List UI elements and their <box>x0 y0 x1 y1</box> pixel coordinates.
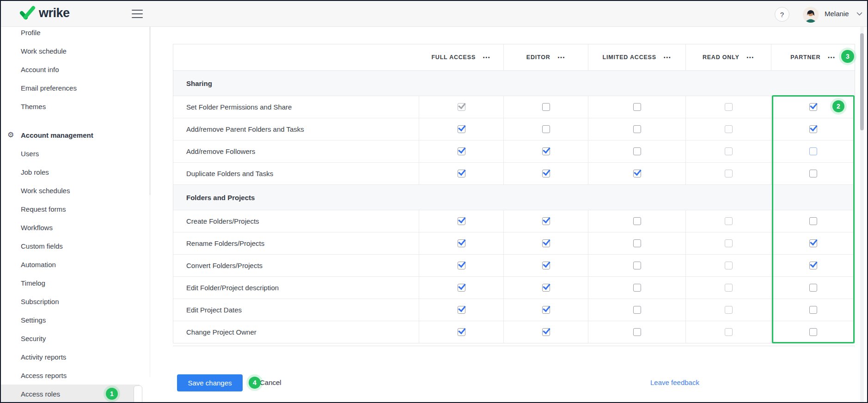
permission-checkbox[interactable] <box>633 170 641 177</box>
permission-checkbox[interactable] <box>809 306 817 314</box>
permission-checkbox[interactable] <box>458 306 465 314</box>
permission-checkbox[interactable] <box>458 170 465 177</box>
sidebar-item-timelog[interactable]: Timelog <box>1 274 140 292</box>
column-menu-icon[interactable]: ••• <box>558 55 566 60</box>
permission-checkbox[interactable] <box>542 103 550 111</box>
sidebar-item-users[interactable]: Users <box>1 144 140 163</box>
permission-checkbox[interactable] <box>809 147 817 155</box>
permission-checkbox[interactable] <box>633 103 641 111</box>
column-menu-icon[interactable]: ••• <box>664 55 672 60</box>
sidebar-item-security[interactable]: Security <box>1 329 140 348</box>
permission-checkbox[interactable] <box>809 328 817 336</box>
permission-checkbox[interactable] <box>458 125 465 133</box>
permission-checkbox[interactable] <box>542 125 550 133</box>
sidebar-item-themes[interactable]: Themes <box>1 97 140 116</box>
permission-checkbox[interactable] <box>809 239 817 247</box>
permission-checkbox[interactable] <box>542 239 550 247</box>
permission-checkbox[interactable] <box>458 328 465 336</box>
permission-checkbox[interactable] <box>458 284 465 292</box>
cancel-button[interactable]: Cancel <box>260 379 281 386</box>
permission-checkbox[interactable] <box>725 170 733 177</box>
sidebar-item-work-schedules[interactable]: Work schedules <box>1 181 140 200</box>
column-menu-icon[interactable]: ••• <box>483 55 491 60</box>
user-name[interactable]: Melanie <box>825 1 849 26</box>
chevron-down-icon[interactable] <box>856 12 862 16</box>
table-row: Change Project Owner <box>173 321 855 343</box>
page-scrollbar-thumb[interactable] <box>860 33 864 130</box>
column-header-label: FULL ACCESS <box>431 54 476 61</box>
sidebar-item-email-preferences[interactable]: Email preferences <box>1 79 140 97</box>
sidebar-item-profile[interactable]: Profile <box>1 26 140 42</box>
permission-cell-limited-access <box>588 118 685 140</box>
permission-cell-full-access <box>419 163 503 184</box>
sidebar-item-settings[interactable]: Settings <box>1 311 140 329</box>
permission-cell-editor <box>503 299 588 321</box>
permission-checkbox[interactable] <box>725 147 733 155</box>
permission-checkbox[interactable] <box>725 239 733 247</box>
permission-label: Set Folder Permissions and Share <box>186 103 292 111</box>
permission-label: Change Project Owner <box>186 328 257 336</box>
permission-checkbox[interactable] <box>725 217 733 225</box>
column-header-full-access: FULL ACCESS••• <box>419 44 503 70</box>
sidebar-item-work-schedule[interactable]: Work schedule <box>1 42 140 60</box>
column-menu-icon[interactable]: ••• <box>828 55 836 60</box>
section-header: Sharing <box>173 70 855 96</box>
permission-checkbox[interactable] <box>633 239 641 247</box>
permission-checkbox[interactable] <box>542 284 550 292</box>
sidebar-item-automation[interactable]: Automation <box>1 255 140 274</box>
permission-checkbox[interactable] <box>542 328 550 336</box>
permission-checkbox[interactable] <box>725 328 733 336</box>
permission-checkbox[interactable] <box>458 103 465 111</box>
permission-checkbox[interactable] <box>542 147 550 155</box>
sidebar-item-activity-reports[interactable]: Activity reports <box>1 348 140 366</box>
sidebar-item-custom-fields[interactable]: Custom fields <box>1 237 140 255</box>
column-menu-icon[interactable]: ••• <box>747 55 755 60</box>
permission-checkbox[interactable] <box>633 328 641 336</box>
permission-checkbox[interactable] <box>458 217 465 225</box>
help-button[interactable]: ? <box>775 7 789 22</box>
sidebar-item-request-forms[interactable]: Request forms <box>1 200 140 218</box>
permission-checkbox[interactable] <box>809 217 817 225</box>
permission-checkbox[interactable] <box>725 103 733 111</box>
avatar[interactable] <box>803 7 819 23</box>
permission-checkbox[interactable] <box>725 125 733 133</box>
permission-checkbox[interactable] <box>809 103 817 111</box>
permission-checkbox[interactable] <box>809 262 817 269</box>
sidebar-item-subscription[interactable]: Subscription <box>1 292 140 311</box>
sidebar-item-access-reports[interactable]: Access reports <box>1 366 140 385</box>
permission-checkbox[interactable] <box>633 262 641 269</box>
permission-checkbox[interactable] <box>458 239 465 247</box>
permission-checkbox[interactable] <box>458 147 465 155</box>
sidebar-item-account-info[interactable]: Account info <box>1 60 140 79</box>
permission-checkbox[interactable] <box>809 284 817 292</box>
permission-checkbox[interactable] <box>542 170 550 177</box>
permission-checkbox[interactable] <box>633 125 641 133</box>
permission-cell-read-only <box>685 140 771 162</box>
permission-checkbox[interactable] <box>633 147 641 155</box>
permission-checkbox[interactable] <box>633 217 641 225</box>
permission-checkbox[interactable] <box>725 284 733 292</box>
permission-checkbox[interactable] <box>542 262 550 269</box>
leave-feedback-link[interactable]: Leave feedback <box>650 379 699 386</box>
sidebar-item-job-roles[interactable]: Job roles <box>1 163 140 181</box>
permission-checkbox[interactable] <box>725 262 733 269</box>
permission-checkbox[interactable] <box>809 170 817 177</box>
step-badge-1: 1 <box>106 388 118 400</box>
permission-checkbox[interactable] <box>458 262 465 269</box>
permission-checkbox[interactable] <box>542 306 550 314</box>
sidebar-item-label: Users <box>21 150 39 158</box>
sidebar-item-account-management[interactable]: ⚙Account management <box>1 126 140 144</box>
permission-checkbox[interactable] <box>725 306 733 314</box>
section-title: Sharing <box>186 79 212 87</box>
permission-checkbox[interactable] <box>809 125 817 133</box>
permission-cell-full-access <box>419 277 503 299</box>
permission-checkbox[interactable] <box>633 284 641 292</box>
permission-checkbox[interactable] <box>542 217 550 225</box>
wrike-logo[interactable]: wrike <box>19 6 70 20</box>
page-scrollbar[interactable] <box>860 26 864 403</box>
save-button[interactable]: Save changes <box>177 374 243 391</box>
sidebar-item-workflows[interactable]: Workflows <box>1 218 140 237</box>
hamburger-menu-icon[interactable] <box>132 10 143 18</box>
permission-checkbox[interactable] <box>633 306 641 314</box>
sidebar-item-access-roles[interactable]: Access roles1 <box>1 385 140 403</box>
